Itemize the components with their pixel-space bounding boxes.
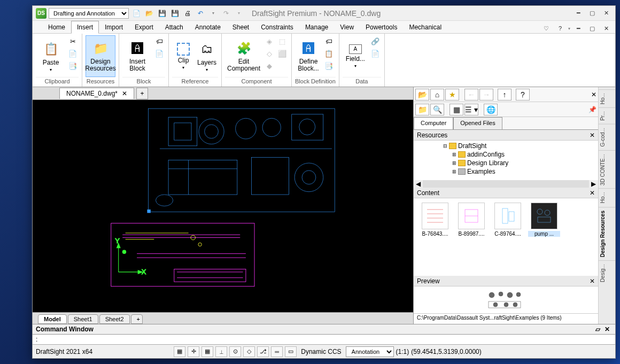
tab-insert[interactable]: Insert: [71, 21, 99, 34]
cmd-restore-icon[interactable]: ▱: [593, 326, 602, 333]
status-qinput-icon[interactable]: ▭: [285, 346, 297, 357]
side-tab-desig[interactable]: Desig...: [599, 260, 615, 285]
panel-home-icon[interactable]: ⌂: [430, 89, 444, 100]
cmd-close-icon[interactable]: ✕: [602, 326, 612, 333]
panel-open-icon[interactable]: 📂: [415, 89, 429, 100]
tree-item-addinconfigs[interactable]: ⊞ addinConfigs: [416, 150, 596, 159]
sheet-tab-2[interactable]: Sheet2: [99, 314, 130, 324]
data-link-icon[interactable]: 🔗: [369, 35, 381, 47]
panel-help-icon[interactable]: ?: [516, 89, 530, 100]
blockdef-a-icon[interactable]: 🏷: [323, 35, 335, 47]
maximize-icon[interactable]: ▢: [586, 9, 598, 18]
panel-favorite-icon[interactable]: ★: [445, 89, 459, 100]
block-tag-icon[interactable]: 🏷: [153, 35, 165, 47]
block-doc-icon[interactable]: 📄: [153, 48, 165, 59]
tab-home[interactable]: Home: [42, 21, 71, 33]
thumb-c89764[interactable]: C-89764....: [492, 203, 524, 237]
panel-close-x-icon[interactable]: ✕: [591, 91, 596, 98]
copy-icon[interactable]: 📄: [67, 48, 79, 59]
status-ortho-icon[interactable]: ⟂: [215, 346, 227, 357]
panel-view-icon[interactable]: ▦: [449, 104, 463, 115]
subtab-opened[interactable]: Opened Files: [453, 117, 502, 129]
panel-refresh-icon[interactable]: 📁: [415, 104, 429, 115]
tab-constraints[interactable]: Constraints: [255, 21, 299, 33]
side-tab-pr[interactable]: Pr...: [599, 107, 615, 124]
tab-manage[interactable]: Manage: [299, 21, 334, 33]
comp-c-icon[interactable]: ◆: [264, 60, 275, 72]
blockdef-b-icon[interactable]: 📋: [323, 48, 335, 59]
tab-import[interactable]: Import: [99, 21, 129, 33]
undo-icon[interactable]: ↶: [195, 8, 206, 19]
content-close-icon[interactable]: ✕: [590, 189, 595, 197]
tree-hscroll[interactable]: ◀▶: [414, 180, 598, 188]
paste-button[interactable]: 📋 Paste ▾: [36, 35, 66, 77]
status-osnap-icon[interactable]: ◇: [243, 346, 255, 357]
status-snap-icon[interactable]: ▦: [174, 346, 185, 357]
help-icon[interactable]: ?: [554, 24, 566, 33]
tab-export[interactable]: Export: [129, 21, 159, 33]
redo-drop-icon[interactable]: ▾: [234, 8, 244, 19]
annotation-scale-select[interactable]: Annotation: [346, 346, 394, 357]
side-tab-design-resources[interactable]: Design Resources: [599, 207, 615, 260]
resources-close-icon[interactable]: ✕: [590, 131, 595, 139]
panel-search2-icon[interactable]: 🔍: [430, 104, 444, 115]
comp-e-icon[interactable]: ⬜: [276, 48, 288, 59]
status-track-icon[interactable]: ⎇: [257, 346, 269, 357]
thumb-b76843[interactable]: B-76843....: [419, 203, 451, 237]
add-sheet-button[interactable]: +: [131, 314, 143, 324]
tree-item-examples[interactable]: ⊞ Examples: [416, 167, 596, 176]
subtab-computer[interactable]: Computer: [414, 117, 453, 129]
tree-item-draftsight[interactable]: ⊟ DraftSight: [416, 142, 596, 150]
tab-attach[interactable]: Attach: [159, 21, 189, 33]
tab-view[interactable]: View: [334, 21, 360, 33]
cut-icon[interactable]: ✂: [67, 35, 79, 47]
panel-pin-icon[interactable]: 📌: [588, 106, 596, 113]
copy-base-icon[interactable]: 📑: [67, 60, 79, 72]
side-tab-ho2[interactable]: Ho...: [599, 188, 615, 206]
side-tab-3dconte[interactable]: 3D CONTE...: [599, 150, 615, 189]
comp-b-icon[interactable]: ◇: [264, 48, 275, 59]
new-file-icon[interactable]: 📄: [131, 8, 142, 19]
tab-sheet[interactable]: Sheet: [227, 21, 255, 33]
panel-up-icon[interactable]: ↑: [498, 89, 511, 100]
define-block-button[interactable]: 🅰 Define Block...: [295, 35, 322, 77]
undo-drop-icon[interactable]: ▾: [208, 8, 219, 19]
drawing-canvas[interactable]: X Y: [33, 100, 413, 312]
edit-component-button[interactable]: 🧩 Edit Component: [225, 35, 262, 77]
tab-annotate[interactable]: Annotate: [189, 21, 227, 33]
workspace-select[interactable]: Drafting and Annotation: [49, 8, 129, 19]
comp-a-icon[interactable]: ◈: [264, 35, 275, 47]
print-icon[interactable]: 🖨: [182, 8, 193, 19]
redo-icon[interactable]: ↷: [221, 8, 231, 19]
layers-button[interactable]: 🗂 Layers ▾: [196, 35, 218, 77]
sheet-tab-1[interactable]: Sheet1: [68, 314, 98, 324]
field-button[interactable]: A Field... ▾: [343, 35, 368, 77]
doc-close-icon[interactable]: ✕: [600, 24, 612, 33]
thumb-b89987[interactable]: B-89987....: [455, 203, 487, 237]
sheet-tab-model[interactable]: Model: [38, 314, 67, 324]
side-tab-gcod[interactable]: G-cod...: [599, 124, 615, 150]
document-tab[interactable]: NONAME_0.dwg* ✕: [59, 88, 134, 99]
data-doc-icon[interactable]: 📄: [369, 48, 381, 59]
command-input[interactable]: :: [33, 335, 615, 344]
favorite-icon[interactable]: ♡: [540, 24, 552, 33]
open-file-icon[interactable]: 📂: [144, 8, 154, 19]
resources-tree[interactable]: ⊟ DraftSight ⊞ addinConfigs ⊞ Design Lib…: [414, 141, 598, 180]
panel-back-icon[interactable]: ←: [464, 89, 478, 100]
panel-viewmode-icon[interactable]: ☰ ▾: [464, 104, 478, 115]
thumb-pump[interactable]: pump ...: [528, 203, 560, 237]
blockdef-c-icon[interactable]: 📑: [323, 60, 335, 72]
preview-close-icon[interactable]: ✕: [590, 277, 595, 285]
doc-restore-icon[interactable]: ▢: [586, 24, 598, 33]
status-polar-icon[interactable]: ⊙: [229, 346, 241, 357]
save-icon[interactable]: 💾: [157, 8, 167, 19]
save-as-icon[interactable]: 💾: [169, 8, 180, 19]
tab-mechanical[interactable]: Mechanical: [403, 21, 447, 33]
status-grid-icon[interactable]: ▦: [201, 346, 213, 357]
comp-d-icon[interactable]: ⬚: [276, 35, 288, 47]
panel-globe-icon[interactable]: 🌐: [484, 104, 498, 115]
tab-powertools[interactable]: Powertools: [360, 21, 403, 33]
side-tab-ho1[interactable]: Ho...: [599, 89, 615, 107]
minimize-icon[interactable]: ━: [572, 9, 584, 18]
insert-block-button[interactable]: 🅰 Insert Block: [122, 35, 152, 77]
